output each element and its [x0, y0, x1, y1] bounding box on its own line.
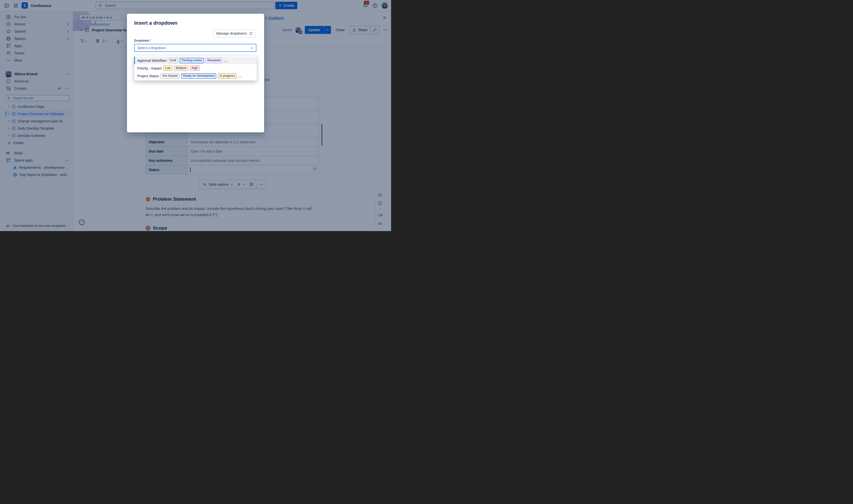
field-label-text: Dropdown [134, 39, 149, 42]
manage-dropdowns-button[interactable]: Manage dropdowns [213, 30, 256, 37]
status-badge: Pending review [179, 58, 204, 63]
status-badge: Low [163, 66, 172, 71]
dropdown-field-label: Dropdown* [134, 39, 151, 42]
option-name: Priority - Impact [137, 66, 162, 70]
option-approval-workflow[interactable]: Approval Workflow Draft Pending review R… [134, 57, 257, 64]
status-badge: Medium [174, 66, 188, 71]
more-badges-ellipsis: ... [238, 74, 242, 78]
option-priority-impact[interactable]: Priority - Impact Low Medium High [134, 64, 257, 72]
manage-dropdowns-label: Manage dropdowns [216, 31, 247, 35]
status-badge: Reviewed [206, 58, 223, 63]
required-asterisk: * [150, 39, 151, 42]
modal-title: Insert a dropdown [134, 20, 177, 26]
status-badge: Not Started [161, 73, 179, 78]
status-badge: Draft [168, 58, 178, 63]
external-link-icon [249, 32, 253, 35]
status-badge: Ready for Development [181, 73, 216, 79]
dropdown-options-menu: Approval Workflow Draft Pending review R… [134, 56, 257, 80]
more-badges-ellipsis: ... [224, 58, 228, 62]
dropdown-select[interactable]: Select a dropdown [134, 44, 256, 52]
select-placeholder: Select a dropdown [137, 46, 248, 50]
confluence-app: Confluence Create 1 [0, 0, 391, 231]
status-badge: In progress [218, 73, 237, 78]
option-name: Project Status [137, 74, 159, 78]
option-name: Approval Workflow [137, 58, 166, 62]
status-badge: High [190, 66, 200, 71]
active-option-indicator [134, 57, 135, 64]
chevron-down-icon [250, 47, 254, 50]
option-project-status[interactable]: Project Status Not Started Ready for Dev… [134, 72, 257, 80]
